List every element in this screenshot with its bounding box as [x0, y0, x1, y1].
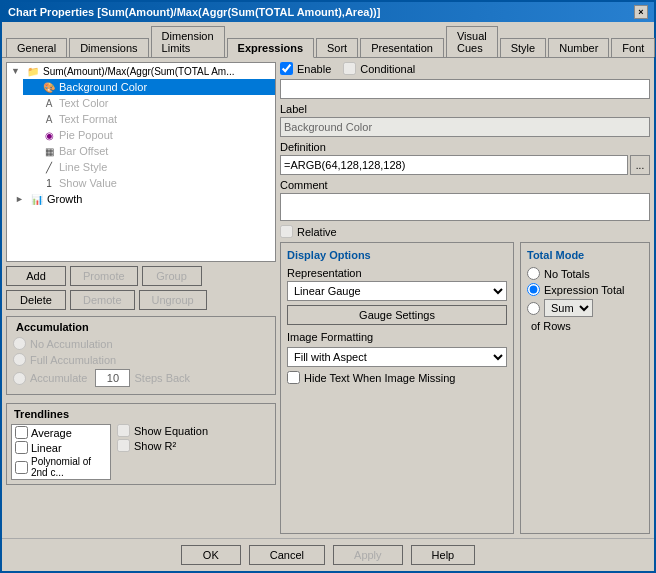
- show-equation-checkbox[interactable]: [117, 424, 130, 437]
- tabs-row: General Dimensions Dimension Limits Expr…: [2, 22, 654, 58]
- fill-select[interactable]: Fill with Aspect: [287, 347, 507, 367]
- average-checkbox[interactable]: [15, 426, 28, 439]
- tab-dimensions[interactable]: Dimensions: [69, 38, 148, 57]
- trendline-polynomial[interactable]: Polynomial of 2nd c...: [12, 455, 110, 479]
- hide-text-checkbox-wrap[interactable]: Hide Text When Image Missing: [287, 371, 507, 384]
- tree-bg-color-item[interactable]: 🎨 Background Color: [23, 79, 275, 95]
- tab-sort[interactable]: Sort: [316, 38, 358, 57]
- enable-label: Enable: [297, 63, 331, 75]
- show-r2-label: Show R²: [134, 440, 176, 452]
- tab-number[interactable]: Number: [548, 38, 609, 57]
- tree-indent6: [27, 162, 39, 172]
- trendlines-list[interactable]: Average Linear Polynomial of 2nd c...: [11, 424, 111, 480]
- gauge-settings-button[interactable]: Gauge Settings: [287, 305, 507, 325]
- tree-indent4: [27, 130, 39, 140]
- accumulate-radio[interactable]: Accumulate Steps Back: [13, 369, 269, 387]
- close-button[interactable]: ×: [634, 5, 648, 19]
- tab-visual-cues[interactable]: Visual Cues: [446, 26, 498, 57]
- enable-checkbox[interactable]: [280, 62, 293, 75]
- tree-indent3: [27, 114, 39, 124]
- accumulation-title: Accumulation: [13, 321, 92, 333]
- accumulation-group: Accumulation No Accumulation Full Accumu…: [6, 316, 276, 395]
- bottom-panels: Display Options Representation Linear Ga…: [280, 242, 650, 534]
- top-field[interactable]: [280, 79, 650, 99]
- ok-button[interactable]: OK: [181, 545, 241, 565]
- tab-style[interactable]: Style: [500, 38, 546, 57]
- tab-font[interactable]: Font: [611, 38, 655, 57]
- definition-input[interactable]: [280, 155, 628, 175]
- show-r2-item[interactable]: Show R²: [117, 439, 208, 452]
- expression-tree[interactable]: ▼ 📁 Sum(Amount)/Max(Aggr(Sum(TOTAL Am...…: [6, 62, 276, 262]
- tab-presentation[interactable]: Presentation: [360, 38, 444, 57]
- promote-button[interactable]: Promote: [70, 266, 138, 286]
- show-equation-item[interactable]: Show Equation: [117, 424, 208, 437]
- group-button[interactable]: Group: [142, 266, 202, 286]
- tree-indent: [27, 82, 39, 92]
- expression-total-input[interactable]: [527, 283, 540, 296]
- polynomial-checkbox[interactable]: [15, 461, 28, 474]
- tree-root-item[interactable]: ▼ 📁 Sum(Amount)/Max(Aggr(Sum(TOTAL Am...: [7, 63, 275, 79]
- display-options-title: Display Options: [287, 249, 507, 261]
- fill-select-wrap: Fill with Aspect: [287, 347, 507, 367]
- no-accumulation-input[interactable]: [13, 337, 26, 350]
- trendlines-inner: Average Linear Polynomial of 2nd c...: [11, 424, 271, 480]
- tree-growth-item[interactable]: ► 📊 Growth: [11, 191, 275, 207]
- full-accumulation-input[interactable]: [13, 353, 26, 366]
- comment-input[interactable]: [280, 193, 650, 221]
- add-button[interactable]: Add: [6, 266, 66, 286]
- expression-total-label: Expression Total: [544, 284, 625, 296]
- tree-pie-popout-item[interactable]: ◉ Pie Popout: [23, 127, 275, 143]
- show-r2-checkbox[interactable]: [117, 439, 130, 452]
- accumulate-input[interactable]: [13, 372, 26, 385]
- conditional-checkbox[interactable]: [343, 62, 356, 75]
- conditional-checkbox-wrap[interactable]: Conditional: [343, 62, 415, 75]
- tree-root-label: Sum(Amount)/Max(Aggr(Sum(TOTAL Am...: [43, 66, 235, 77]
- trendline-linear[interactable]: Linear: [12, 440, 110, 455]
- trendlines-title: Trendlines: [11, 408, 72, 420]
- tree-text-color-label: Text Color: [59, 97, 109, 109]
- relative-label: Relative: [297, 226, 337, 238]
- representation-select[interactable]: Linear Gauge: [287, 281, 507, 301]
- apply-button[interactable]: Apply: [333, 545, 403, 565]
- steps-input[interactable]: [95, 369, 130, 387]
- enable-checkbox-wrap[interactable]: Enable: [280, 62, 331, 75]
- relative-checkbox-wrap[interactable]: Relative: [280, 225, 650, 238]
- help-button[interactable]: Help: [411, 545, 476, 565]
- tree-text-color-item[interactable]: A Text Color: [23, 95, 275, 111]
- cancel-button[interactable]: Cancel: [249, 545, 325, 565]
- tab-expressions[interactable]: Expressions: [227, 38, 314, 58]
- label-input[interactable]: [280, 117, 650, 137]
- tab-dimension-limits[interactable]: Dimension Limits: [151, 26, 225, 57]
- ungroup-button[interactable]: Ungroup: [139, 290, 207, 310]
- linear-checkbox[interactable]: [15, 441, 28, 454]
- tree-line-style-item[interactable]: ╱ Line Style: [23, 159, 275, 175]
- trendline-average[interactable]: Average: [12, 425, 110, 440]
- folder-icon: 📁: [26, 64, 40, 78]
- expression-total-radio[interactable]: Expression Total: [527, 283, 643, 296]
- no-totals-radio[interactable]: No Totals: [527, 267, 643, 280]
- tree-growth-label: Growth: [47, 193, 82, 205]
- sum-radio[interactable]: Sum: [527, 299, 643, 317]
- hide-text-checkbox[interactable]: [287, 371, 300, 384]
- tree-show-value-item[interactable]: 1 Show Value: [23, 175, 275, 191]
- of-rows-label: of Rows: [531, 320, 643, 332]
- tree-indent2: [27, 98, 39, 108]
- conditional-label: Conditional: [360, 63, 415, 75]
- top-buttons-row: Add Promote Group: [6, 266, 276, 286]
- full-accumulation-radio[interactable]: Full Accumulation: [13, 353, 269, 366]
- relative-checkbox[interactable]: [280, 225, 293, 238]
- delete-button[interactable]: Delete: [6, 290, 66, 310]
- tree-text-format-item[interactable]: A Text Format: [23, 111, 275, 127]
- tree-bar-offset-item[interactable]: ▦ Bar Offset: [23, 143, 275, 159]
- no-totals-input[interactable]: [527, 267, 540, 280]
- growth-icon: 📊: [30, 192, 44, 206]
- definition-expand-button[interactable]: ...: [630, 155, 650, 175]
- no-accumulation-radio[interactable]: No Accumulation: [13, 337, 269, 350]
- tab-general[interactable]: General: [6, 38, 67, 57]
- tree-bar-offset-label: Bar Offset: [59, 145, 108, 157]
- demote-button[interactable]: Demote: [70, 290, 135, 310]
- steps-spin: [95, 369, 130, 387]
- sum-input[interactable]: [527, 302, 540, 315]
- sum-select[interactable]: Sum: [544, 299, 593, 317]
- text-format-icon: A: [42, 112, 56, 126]
